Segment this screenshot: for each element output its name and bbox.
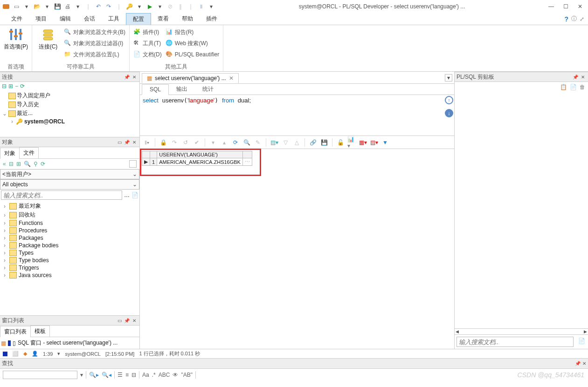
obj-find-icon[interactable]: 🔍 — [24, 161, 31, 167]
win-menu-icon[interactable]: ▭ — [116, 317, 123, 324]
subtab-output[interactable]: 输出 — [169, 84, 195, 95]
list-item[interactable]: ›Java sources — [0, 272, 139, 279]
list-item[interactable]: ›Package bodies — [0, 242, 139, 249]
preferences-button[interactable]: 首选项(P) — [4, 27, 28, 62]
stop-icon[interactable]: ⊘ — [166, 2, 174, 11]
open-dropdown-icon[interactable]: ▾ — [43, 2, 51, 11]
open-icon[interactable]: 📂 — [33, 2, 41, 11]
obj-pin-icon[interactable]: 📌 — [124, 139, 130, 145]
find-pin-icon[interactable]: 📌 — [575, 361, 581, 366]
tool-button[interactable]: 🛠工具(T) — [133, 38, 162, 48]
list-item[interactable]: ›最近对象 — [0, 202, 139, 210]
clip-search-input[interactable] — [457, 337, 574, 347]
obj-collapse-icon[interactable]: ⊟ — [9, 161, 14, 167]
menu-help[interactable]: 帮助 — [175, 13, 200, 25]
print-dropdown-icon[interactable]: ▾ — [74, 2, 82, 11]
tab-list-dropdown[interactable]: ▾ — [445, 74, 452, 81]
menu-view[interactable]: 查看 — [151, 13, 175, 25]
tree-connection[interactable]: ›🔑system@ORCL — [1, 118, 138, 125]
case-icon[interactable]: Aa — [142, 372, 149, 378]
file-browser-location-button[interactable]: 📁文件浏览器位置(L) — [64, 49, 125, 60]
subtab-sql[interactable]: SQL — [142, 84, 169, 95]
winlist-item[interactable]: ▦▯SQL 窗口 - select userenv('language') ..… — [0, 337, 139, 349]
new-dropdown-icon[interactable]: ▾ — [22, 2, 31, 11]
commit-icon[interactable]: ✔ — [193, 138, 201, 147]
clip-scrollbar[interactable]: ◀▶ — [455, 328, 588, 335]
tab-close-icon[interactable]: ✕ — [229, 75, 234, 81]
report-button[interactable]: 📊报告(R) — [166, 27, 220, 37]
menu-session[interactable]: 会话 — [77, 13, 102, 25]
clip-new-icon[interactable]: 📄 — [575, 335, 588, 349]
find-list2-icon[interactable]: ≡ — [125, 372, 129, 378]
list-item[interactable]: ›回收站 — [0, 210, 139, 219]
list-item[interactable]: ›Types — [0, 249, 139, 257]
current-user-combo[interactable]: <当前用户>⌄ — [0, 169, 139, 179]
copy-icon[interactable]: 📋 — [560, 84, 567, 90]
tree-refresh-icon[interactable]: ⟳ — [20, 83, 25, 89]
obj-expand-icon[interactable]: ⊞ — [16, 161, 21, 167]
panel-close-icon[interactable]: ✕ — [131, 74, 138, 80]
obj-link-icon[interactable]: ⚲ — [34, 161, 38, 167]
find-list-icon[interactable]: ☰ — [118, 372, 123, 378]
print-icon[interactable]: 🖨 — [63, 2, 72, 11]
grid-rows-icon[interactable]: ▤▾ — [370, 138, 378, 147]
redo-icon[interactable]: ↷ — [104, 2, 113, 11]
tab-files[interactable]: 文件 — [19, 147, 39, 158]
refresh-icon[interactable]: ⟳ — [231, 138, 240, 147]
help-icon[interactable]: ? — [564, 15, 568, 23]
maximize-button[interactable]: ☐ — [563, 3, 568, 10]
find-close-icon[interactable]: ✕ — [582, 361, 586, 366]
menu-project[interactable]: 项目 — [29, 13, 53, 25]
tree-recent[interactable]: ⌄最近... — [1, 109, 138, 118]
sort-clear-icon[interactable]: △ — [292, 138, 301, 147]
clip-pin-icon[interactable]: 📌 — [572, 74, 579, 80]
tab-winlist[interactable]: 窗口列表 — [0, 326, 31, 337]
menu-file[interactable]: 文件 — [5, 13, 29, 25]
delete-icon[interactable]: 🗑 — [580, 84, 585, 90]
tree-collapse-icon[interactable]: ⊟ — [2, 83, 7, 89]
word-icon[interactable]: ABC — [159, 372, 170, 378]
tab-objects[interactable]: 对象 — [0, 148, 20, 159]
run-icon[interactable]: ▶ — [145, 2, 154, 11]
key-dropdown-icon[interactable]: ▾ — [135, 2, 144, 11]
sql-editor[interactable]: select userenv('language') from dual; ↑ … — [140, 95, 454, 136]
save-grid-icon[interactable]: 💾 — [320, 138, 328, 147]
cell-value[interactable]: AMERICAN_AMERICA.ZHS16GBK — [157, 158, 243, 166]
column-header[interactable]: USERENV('LANGUAGE') — [157, 151, 243, 158]
link-icon[interactable]: 🔗 — [309, 138, 317, 147]
clip-close-icon[interactable]: ✕ — [580, 74, 586, 80]
web-search-button[interactable]: 🌐Web 搜索(W) — [166, 38, 220, 48]
fetch-next-icon[interactable]: ↷ — [170, 138, 179, 147]
tree-expand-icon[interactable]: ⊞ — [8, 83, 13, 89]
connect-button[interactable]: 连接(C) — [36, 27, 60, 62]
list-item[interactable]: ›Procedures — [0, 227, 139, 234]
minimize-button[interactable]: — — [548, 3, 554, 10]
regex-icon[interactable]: .* — [152, 372, 156, 378]
result-grid[interactable]: USERENV('LANGUAGE') ▶1AMERICAN_AMERICA.Z… — [142, 151, 252, 166]
grid-config-icon[interactable]: ⫴▾ — [143, 138, 151, 147]
find-list3-icon[interactable]: ⊟ — [131, 372, 136, 378]
tree-import-fixed[interactable]: 导入固定用户 — [1, 91, 138, 100]
close-button[interactable]: ✕ — [578, 3, 582, 10]
quote-icon[interactable]: "AB" — [181, 372, 193, 378]
list-item[interactable]: ›Packages — [0, 234, 139, 242]
list-item[interactable]: ›Functions — [0, 219, 139, 227]
win-pin-icon[interactable]: 📌 — [124, 317, 130, 324]
tree-import-history[interactable]: 导入历史 — [1, 100, 138, 109]
object-search-input[interactable] — [1, 190, 122, 200]
find-input[interactable] — [3, 371, 77, 379]
find-icon[interactable]: 🔍 — [242, 138, 251, 147]
obj-refresh-icon[interactable]: ⟳ — [41, 161, 45, 167]
panel-pin-icon[interactable]: 📌 — [124, 74, 130, 80]
sort-asc-icon[interactable]: ▤▾ — [270, 138, 278, 147]
edit-icon[interactable]: ✎ — [254, 138, 262, 147]
info-icon[interactable]: ⓘ — [571, 15, 577, 23]
find-dropdown-icon[interactable]: ▾ — [80, 372, 83, 378]
grid-cols-icon[interactable]: ▦▾ — [359, 138, 367, 147]
find-prev-icon[interactable]: 🔍◂ — [102, 372, 111, 378]
tab-template[interactable]: 模板 — [30, 326, 50, 337]
subtab-stats[interactable]: 统计 — [195, 84, 221, 95]
more-icon[interactable]: ▾ — [207, 2, 215, 11]
beautifier-button[interactable]: 🎨PL/SQL Beautifier — [166, 49, 220, 60]
hidden-icon[interactable]: 👁 — [173, 372, 178, 378]
